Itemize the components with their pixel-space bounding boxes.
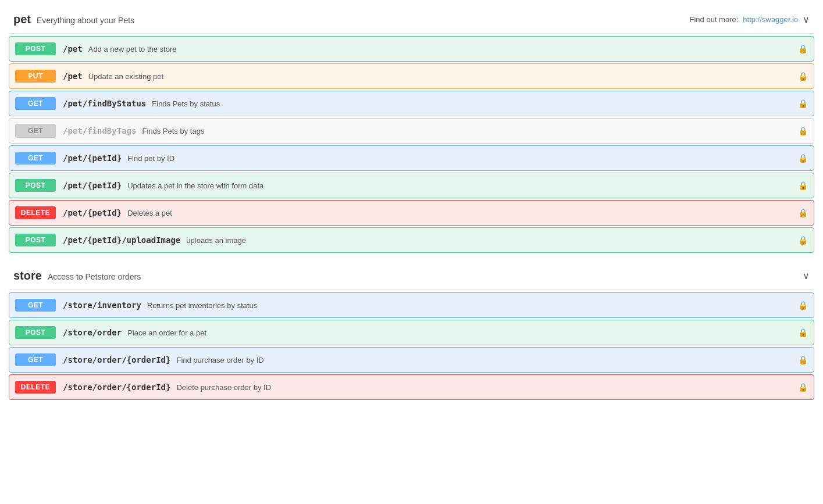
endpoints-list-store: GET/store/inventoryReturns pet inventori… xyxy=(9,292,814,400)
section-title-group: storeAccess to Petstore orders xyxy=(13,269,141,283)
endpoint-path: /store/order xyxy=(63,328,122,337)
endpoint-row[interactable]: POST/pet/{petId}Updates a pet in the sto… xyxy=(9,173,814,198)
lock-icon: 🔒 xyxy=(798,44,808,53)
lock-icon: 🔒 xyxy=(798,181,808,190)
endpoint-row[interactable]: GET/store/order/{orderId}Find purchase o… xyxy=(9,347,814,373)
endpoint-row[interactable]: POST/pet/{petId}/uploadImageuploads an i… xyxy=(9,227,814,253)
endpoint-summary: Delete purchase order by ID xyxy=(176,383,798,392)
lock-icon: 🔒 xyxy=(798,99,808,108)
endpoint-row[interactable]: GET/pet/{petId}Find pet by ID🔒 xyxy=(9,145,814,171)
method-badge: GET xyxy=(15,353,56,366)
chevron-down-icon[interactable]: ∨ xyxy=(803,270,810,281)
endpoint-path: /store/order/{orderId} xyxy=(63,355,170,364)
endpoint-path: /pet/findByTags xyxy=(63,126,136,135)
section-title-group: petEverything about your Pets xyxy=(13,13,134,26)
lock-icon: 🔒 xyxy=(798,383,808,392)
method-badge: POST xyxy=(15,234,56,246)
lock-icon: 🔒 xyxy=(798,208,808,217)
lock-icon: 🔒 xyxy=(798,235,808,245)
lock-icon: 🔒 xyxy=(798,328,808,337)
page-container: petEverything about your PetsFind out mo… xyxy=(0,0,823,415)
method-badge: POST xyxy=(15,42,56,55)
section-header-store[interactable]: storeAccess to Petstore orders∨ xyxy=(9,262,814,290)
endpoint-row[interactable]: PUT/petUpdate an existing pet🔒 xyxy=(9,63,814,89)
endpoint-summary: Place an order for a pet xyxy=(127,328,798,337)
section-right: Find out more:http://swagger.io∨ xyxy=(690,14,810,25)
endpoint-row[interactable]: GET/pet/findByStatusFinds Pets by status… xyxy=(9,91,814,116)
method-badge: GET xyxy=(15,97,56,110)
endpoint-row[interactable]: DELETE/store/order/{orderId}Delete purch… xyxy=(9,374,814,400)
endpoint-path: /store/inventory xyxy=(63,301,141,310)
section-description: Access to Petstore orders xyxy=(48,272,141,281)
endpoint-summary: Deletes a pet xyxy=(127,209,798,217)
find-out-more-label: Find out more: xyxy=(690,15,739,24)
find-out-more-link[interactable]: http://swagger.io xyxy=(743,15,798,24)
lock-icon: 🔒 xyxy=(798,153,808,163)
lock-icon: 🔒 xyxy=(798,126,808,135)
endpoint-summary: Add a new pet to the store xyxy=(88,45,798,53)
chevron-down-icon[interactable]: ∨ xyxy=(803,14,810,25)
endpoint-row[interactable]: GET/pet/findByTagsFinds Pets by tags🔒 xyxy=(9,118,814,144)
lock-icon: 🔒 xyxy=(798,355,808,364)
method-badge: DELETE xyxy=(15,206,56,219)
endpoint-path: /pet/{petId} xyxy=(63,153,122,163)
endpoint-summary: Finds Pets by tags xyxy=(142,127,798,135)
section-right: ∨ xyxy=(803,270,810,281)
endpoint-path: /pet/{petId} xyxy=(63,181,122,190)
endpoint-path: /pet/findByStatus xyxy=(63,99,146,108)
method-badge: PUT xyxy=(15,70,56,83)
method-badge: DELETE xyxy=(15,381,56,394)
section-tag: pet xyxy=(13,13,31,26)
lock-icon: 🔒 xyxy=(798,72,808,81)
section-description: Everything about your Pets xyxy=(37,16,134,25)
endpoint-summary: Returns pet inventories by status xyxy=(147,301,798,310)
section-tag: store xyxy=(13,269,42,283)
endpoint-path: /pet/{petId}/uploadImage xyxy=(63,235,180,245)
endpoint-summary: Updates a pet in the store with form dat… xyxy=(127,181,798,190)
endpoint-path: /pet/{petId} xyxy=(63,208,122,217)
endpoint-row[interactable]: GET/store/inventoryReturns pet inventori… xyxy=(9,292,814,318)
section-header-pet[interactable]: petEverything about your PetsFind out mo… xyxy=(9,6,814,34)
endpoint-summary: Finds Pets by status xyxy=(152,99,798,108)
endpoint-path: /pet xyxy=(63,72,83,81)
endpoint-summary: Update an existing pet xyxy=(88,72,798,81)
lock-icon: 🔒 xyxy=(798,301,808,310)
method-badge: GET xyxy=(15,124,56,138)
endpoint-row[interactable]: DELETE/pet/{petId}Deletes a pet🔒 xyxy=(9,200,814,226)
endpoint-path: /store/order/{orderId} xyxy=(63,383,170,392)
endpoint-summary: Find pet by ID xyxy=(127,154,798,163)
endpoints-list-pet: POST/petAdd a new pet to the store🔒PUT/p… xyxy=(9,36,814,253)
endpoint-summary: Find purchase order by ID xyxy=(176,356,798,364)
method-badge: POST xyxy=(15,326,56,339)
endpoint-summary: uploads an image xyxy=(186,236,798,245)
method-badge: GET xyxy=(15,152,56,165)
endpoint-path: /pet xyxy=(63,44,83,53)
method-badge: POST xyxy=(15,179,56,192)
endpoint-row[interactable]: POST/store/orderPlace an order for a pet… xyxy=(9,320,814,345)
endpoint-row[interactable]: POST/petAdd a new pet to the store🔒 xyxy=(9,36,814,62)
method-badge: GET xyxy=(15,299,56,312)
